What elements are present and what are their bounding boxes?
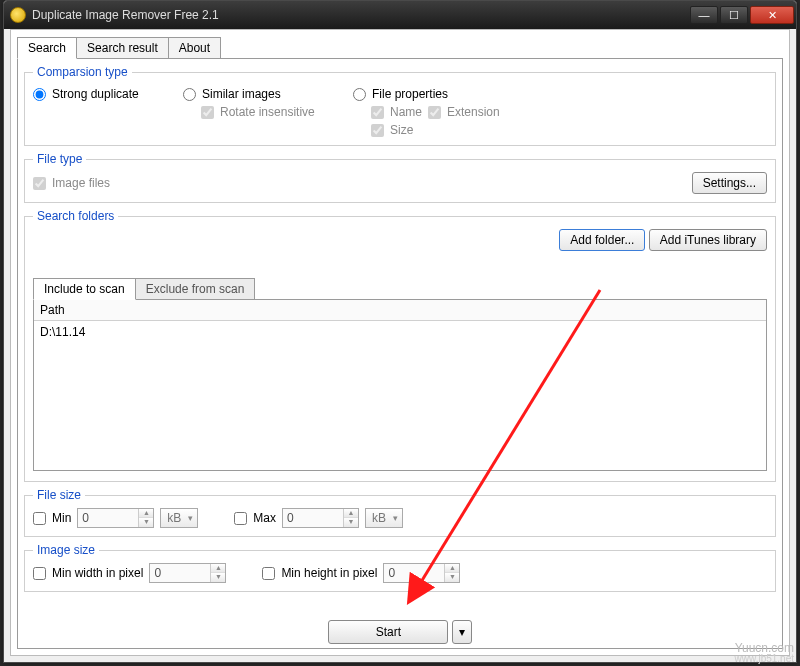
start-area: Start ▾ [18, 620, 782, 644]
client-area: Search Search result About Comparsion ty… [10, 29, 790, 656]
radio-similar-images[interactable]: Similar images [183, 87, 353, 101]
start-dropdown-button[interactable]: ▾ [452, 620, 472, 644]
maximize-button[interactable]: ☐ [720, 6, 748, 24]
tab-about[interactable]: About [168, 37, 221, 59]
filetype-group: File type Image files Settings... [24, 152, 776, 203]
check-image-files-label: Image files [52, 176, 110, 190]
tab-include-scan[interactable]: Include to scan [33, 278, 136, 300]
tab-panel-search: Comparsion type Strong duplicate Similar… [17, 58, 783, 649]
check-filesize-max[interactable]: Max [234, 511, 276, 525]
minh-spinner[interactable]: ▲▼ [383, 563, 460, 583]
comparison-legend: Comparsion type [33, 65, 132, 79]
add-itunes-button[interactable]: Add iTunes library [649, 229, 767, 251]
minh-label: Min height in pixel [281, 566, 377, 580]
min-unit-select[interactable]: kB [160, 508, 198, 528]
min-value-input[interactable] [78, 509, 138, 527]
imagesize-group: Image size Min width in pixel ▲▼ Min hei… [24, 543, 776, 592]
radio-fileprops-label: File properties [372, 87, 448, 101]
path-list[interactable]: D:\11.14 [34, 321, 766, 343]
check-size: Size [353, 123, 553, 137]
window-title: Duplicate Image Remover Free 2.1 [32, 8, 690, 22]
spin-down-icon[interactable]: ▼ [344, 518, 358, 527]
watermark-sub: www.jb51.net [735, 654, 794, 664]
path-row[interactable]: D:\11.14 [40, 325, 760, 339]
filesize-min-label: Min [52, 511, 71, 525]
max-unit-select[interactable]: kB [365, 508, 403, 528]
add-folder-button[interactable]: Add folder... [559, 229, 645, 251]
check-image-files-input [33, 177, 46, 190]
check-extension: Extension [428, 105, 500, 119]
min-spinner[interactable]: ▲▼ [77, 508, 154, 528]
radio-strong-label: Strong duplicate [52, 87, 139, 101]
check-rotate-input [201, 106, 214, 119]
filetype-legend: File type [33, 152, 86, 166]
close-button[interactable]: ✕ [750, 6, 794, 24]
minw-label: Min width in pixel [52, 566, 143, 580]
check-minh-input[interactable] [262, 567, 275, 580]
check-max-input[interactable] [234, 512, 247, 525]
check-name-input [371, 106, 384, 119]
path-panel: Path D:\11.14 [33, 299, 767, 471]
tab-exclude-scan[interactable]: Exclude from scan [135, 278, 256, 300]
minimize-button[interactable]: — [690, 6, 718, 24]
radio-file-properties[interactable]: File properties [353, 87, 553, 101]
search-folders-group: Search folders Add folder... Add iTunes … [24, 209, 776, 482]
minw-spinner[interactable]: ▲▼ [149, 563, 226, 583]
watermark: Yuucn.com www.jb51.net [735, 642, 794, 664]
radio-strong-input[interactable] [33, 88, 46, 101]
start-button[interactable]: Start [328, 620, 448, 644]
filesize-group: File size Min ▲▼ kB Max [24, 488, 776, 537]
spin-up-icon[interactable]: ▲ [139, 509, 153, 518]
filesize-max-label: Max [253, 511, 276, 525]
spin-up-icon[interactable]: ▲ [445, 564, 459, 573]
check-min-width[interactable]: Min width in pixel [33, 566, 143, 580]
main-tabs: Search Search result About [17, 37, 783, 59]
max-value-input[interactable] [283, 509, 343, 527]
check-size-label: Size [390, 123, 413, 137]
spin-down-icon[interactable]: ▼ [445, 573, 459, 582]
radio-similar-input[interactable] [183, 88, 196, 101]
tab-search-result[interactable]: Search result [76, 37, 169, 59]
imagesize-legend: Image size [33, 543, 99, 557]
radio-strong-duplicate[interactable]: Strong duplicate [33, 87, 183, 101]
filesize-legend: File size [33, 488, 85, 502]
app-window: Duplicate Image Remover Free 2.1 — ☐ ✕ S… [3, 0, 797, 663]
search-folders-legend: Search folders [33, 209, 118, 223]
check-min-input[interactable] [33, 512, 46, 525]
tab-search[interactable]: Search [17, 37, 77, 59]
check-min-height[interactable]: Min height in pixel [262, 566, 377, 580]
check-ext-input [428, 106, 441, 119]
check-rotate-insensitive: Rotate insensitive [183, 105, 353, 119]
spin-down-icon[interactable]: ▼ [139, 518, 153, 527]
check-rotate-label: Rotate insensitive [220, 105, 315, 119]
check-name: Name [371, 105, 422, 119]
app-icon [10, 7, 26, 23]
spin-down-icon[interactable]: ▼ [211, 573, 225, 582]
check-ext-label: Extension [447, 105, 500, 119]
settings-button[interactable]: Settings... [692, 172, 767, 194]
spin-up-icon[interactable]: ▲ [211, 564, 225, 573]
minh-value-input[interactable] [384, 564, 444, 582]
spin-up-icon[interactable]: ▲ [344, 509, 358, 518]
path-column-header[interactable]: Path [34, 300, 766, 321]
check-image-files: Image files [33, 176, 110, 190]
minw-value-input[interactable] [150, 564, 210, 582]
radio-fileprops-input[interactable] [353, 88, 366, 101]
check-name-label: Name [390, 105, 422, 119]
check-size-input [371, 124, 384, 137]
radio-similar-label: Similar images [202, 87, 281, 101]
titlebar[interactable]: Duplicate Image Remover Free 2.1 — ☐ ✕ [4, 1, 796, 29]
max-spinner[interactable]: ▲▼ [282, 508, 359, 528]
check-filesize-min[interactable]: Min [33, 511, 71, 525]
check-minw-input[interactable] [33, 567, 46, 580]
comparison-group: Comparsion type Strong duplicate Similar… [24, 65, 776, 146]
